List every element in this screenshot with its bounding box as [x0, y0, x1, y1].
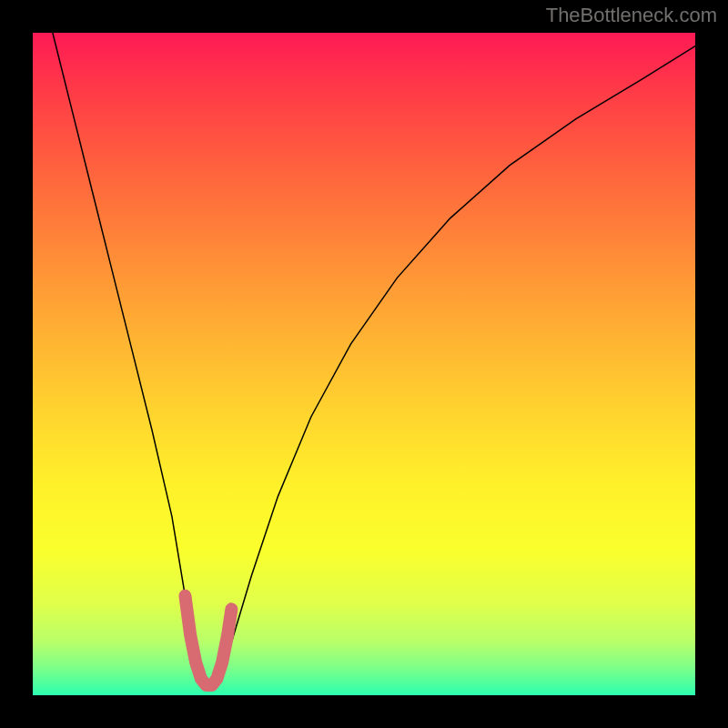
main-curve: [53, 33, 695, 689]
chart-plot-area: [33, 33, 695, 695]
valley-highlight: [185, 596, 231, 685]
watermark-text: TheBottleneck.com: [546, 4, 717, 27]
chart-curves-svg: [33, 33, 695, 695]
